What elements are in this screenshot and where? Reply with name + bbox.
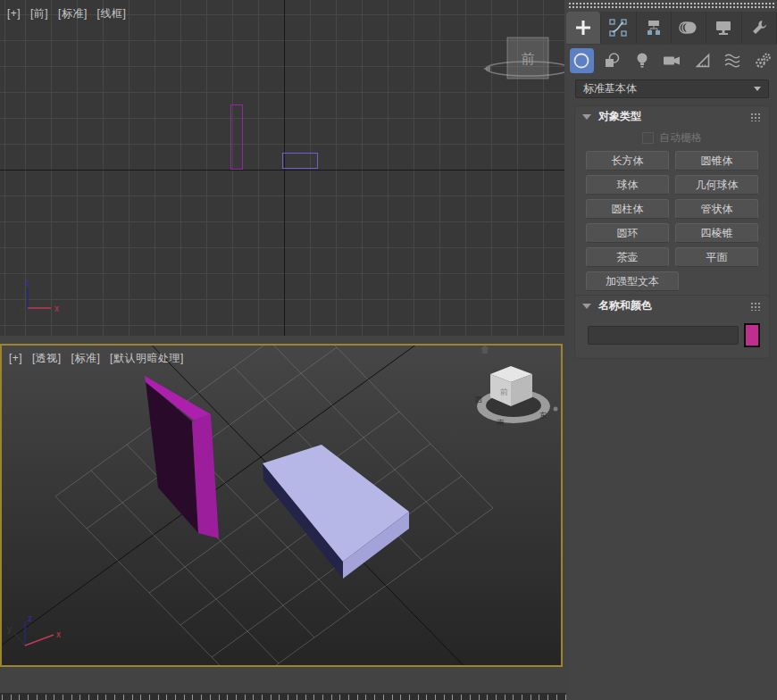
viewport-menu-shading[interactable]: [默认明暗处理] [110,352,184,364]
tab-utilities[interactable] [742,12,777,44]
viewport-menu-general[interactable]: [+] [7,7,21,20]
viewport-menu-standard[interactable]: [标准] [71,352,101,364]
autogrid-label: 自动栅格 [659,130,702,146]
dropdown-value: 标准基本体 [583,81,637,96]
rollout-object-type: 对象类型 自动栅格 长方体 圆锥体 球体 几何球体 圆柱体 管状体 圆环 四棱锥… [574,105,770,300]
primitive-family-dropdown[interactable]: 标准基本体 [575,79,769,98]
object-name-input[interactable] [588,326,739,345]
viewport-menu-standard[interactable]: [标准] [58,7,88,20]
rollout-name-color: 名称和颜色 [574,295,770,359]
y-axis-label: y [7,624,12,634]
object-type-button-cone[interactable]: 圆锥体 [675,151,758,171]
viewcube-home-icon[interactable] [479,344,491,355]
category-geometry[interactable] [570,48,594,73]
viewcube-option-dot[interactable] [554,407,558,412]
axis-tripod-perspective: z y x [2,612,73,663]
hierarchy-tree-icon [644,18,664,38]
rollout-drag-grip-icon[interactable] [750,302,762,311]
tab-motion[interactable] [672,12,706,44]
wireframe-box-flat[interactable] [282,153,318,169]
viewcube-front-face-label: 前 [500,388,508,396]
gears-icon [753,51,774,71]
tab-hierarchy[interactable] [637,12,672,44]
x-axis-label: x [56,629,61,639]
wrench-icon [749,18,769,38]
command-panel: 标准基本体 对象类型 自动栅格 长方体 圆锥体 球体 几何球体 圆柱体 管状体 … [566,0,777,700]
waves-icon [723,51,744,71]
rollout-title: 名称和颜色 [598,298,652,313]
category-shapes[interactable] [600,48,624,73]
category-helpers[interactable] [690,48,714,73]
category-lights[interactable] [631,48,655,73]
category-cameras[interactable] [661,48,685,73]
x-axis-line [25,635,54,646]
wireframe-box-tall[interactable] [230,104,243,170]
viewport-front[interactable]: [+] [前] [标准] [线框] 前 z y x [0,0,564,336]
object-type-button-pyramid[interactable]: 四棱锥 [675,223,758,243]
shapes-icon [602,51,622,71]
z-axis-label: z [28,613,32,623]
collapse-arrow-icon [582,114,591,120]
persp-x-axis [2,346,547,664]
command-panel-tabs [566,12,777,45]
y-axis-line [14,633,25,646]
object-type-button-torus[interactable]: 圆环 [586,223,669,243]
object-type-buttons: 长方体 圆锥体 球体 几何球体 圆柱体 管状体 圆环 四棱锥 茶壶 平面 加强型… [575,148,769,299]
rollout-drag-grip-icon[interactable] [750,112,762,121]
viewport-persp-label: [+] [透视] [标准] [默认明暗处理] [9,351,190,366]
compass-south-label: 南 [497,419,505,427]
object-type-button-plane[interactable]: 平面 [675,247,758,267]
shaded-box-flat[interactable] [263,445,409,579]
viewport-menu-view[interactable]: [透视] [32,352,62,364]
shaded-box-tall[interactable] [145,376,219,538]
viewport-menu-shading[interactable]: [线框] [97,7,127,20]
object-type-button-tube[interactable]: 管状体 [675,199,758,219]
collapse-arrow-icon [582,304,591,309]
autogrid-row: 自动栅格 [575,127,769,148]
viewport-front-label: [+] [前] [标准] [线框] [7,6,132,21]
sphere-icon [572,51,591,71]
object-type-button-sphere[interactable]: 球体 [586,175,669,195]
camera-icon [662,51,683,71]
category-space-warps[interactable] [721,48,745,73]
tab-create[interactable] [566,12,601,44]
y-axis-label: y [19,304,23,314]
modify-bezier-icon [608,18,628,38]
object-type-button-cylinder[interactable]: 圆柱体 [586,199,669,219]
viewport-perspective[interactable]: [+] [透视] [标准] [默认明暗处理] 西 南 东 前 z y x [0,344,563,667]
set-square-icon [693,51,713,71]
x-axis-label: x [54,304,59,313]
tab-display[interactable] [706,12,741,44]
grid-x-axis [0,170,564,171]
category-systems[interactable] [751,48,775,73]
object-type-button-geosphere[interactable]: 几何球体 [675,175,758,195]
object-type-button-box[interactable]: 长方体 [586,151,669,171]
viewport-menu-view[interactable]: [前] [30,7,48,20]
rollout-object-type-header[interactable]: 对象类型 [575,106,769,127]
chevron-down-icon [754,87,761,91]
object-color-swatch[interactable] [744,323,760,347]
object-type-button-teapot[interactable]: 茶壶 [586,247,669,267]
tab-modify[interactable] [601,12,636,44]
motion-circles-icon [678,18,699,38]
name-color-body [575,316,769,358]
viewcube-perspective[interactable]: 西 南 东 前 [473,357,563,438]
plus-icon [573,18,593,38]
viewcube-face-label: 前 [522,51,535,66]
rollout-title: 对象类型 [598,109,641,124]
autogrid-checkbox[interactable] [642,132,654,144]
axis-tripod-front: z y x [16,277,73,323]
create-category-row [570,47,775,74]
compass-east-label: 东 [539,412,547,420]
rollout-name-color-header[interactable]: 名称和颜色 [575,296,769,316]
viewcube-front[interactable]: 前 [469,31,564,96]
panel-grip-handle[interactable] [568,2,775,9]
compass-west-label: 西 [475,396,482,404]
viewport-menu-general[interactable]: [+] [9,352,22,364]
monitor-icon [714,18,733,38]
object-type-button-textplus[interactable]: 加强型文本 [586,271,679,291]
z-axis-label: z [25,278,29,288]
bulb-icon [632,51,652,71]
